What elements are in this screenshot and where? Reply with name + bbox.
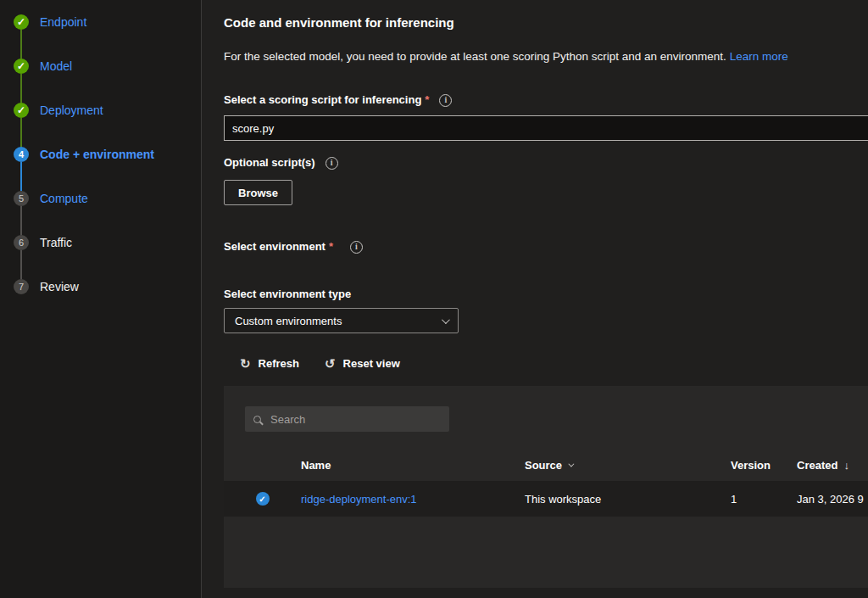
search-icon xyxy=(253,416,261,423)
step-label: Review xyxy=(40,280,79,293)
environments-panel: Name Source Version Created ↓ ✓ ridge-de… xyxy=(224,386,868,588)
step-complete-icon: ✓ xyxy=(14,14,29,30)
step-label: Model xyxy=(40,59,72,73)
step-connector xyxy=(20,118,22,147)
chevron-down-icon xyxy=(442,316,450,324)
info-icon[interactable]: i xyxy=(326,157,338,170)
step-connector xyxy=(20,74,22,103)
reset-view-label: Reset view xyxy=(343,357,400,370)
column-header-source-label: Source xyxy=(525,459,562,472)
step-label: Endpoint xyxy=(40,15,86,29)
wizard-steps-sidebar: ✓ Endpoint ✓ Model ✓ Deployment 4 Code +… xyxy=(0,0,202,598)
wizard-content: Code and environment for inferencing For… xyxy=(202,0,868,598)
step-connector xyxy=(20,162,22,191)
step-label: Code + environment xyxy=(40,148,154,161)
step-connector xyxy=(20,30,22,59)
sidebar-step-code-environment[interactable]: 4 Code + environment xyxy=(0,147,201,162)
optional-scripts-label: Optional script(s) xyxy=(224,156,315,170)
page-title: Code and environment for inferencing xyxy=(224,14,868,31)
optional-scripts-label-row: Optional script(s) i xyxy=(224,156,868,170)
sidebar-step-traffic[interactable]: 6 Traffic xyxy=(0,235,201,250)
environments-table-header: Name Source Version Created ↓ xyxy=(224,449,868,481)
sidebar-step-endpoint[interactable]: ✓ Endpoint xyxy=(0,14,201,30)
reset-view-icon: ↺ xyxy=(325,357,336,370)
info-icon[interactable]: i xyxy=(439,94,452,107)
step-number: 6 xyxy=(14,235,29,250)
sort-descending-icon: ↓ xyxy=(843,459,849,472)
row-selected-radio[interactable]: ✓ xyxy=(256,492,270,506)
scoring-script-input[interactable] xyxy=(224,115,868,141)
environment-type-label: Select environment type xyxy=(224,288,351,301)
step-number: 7 xyxy=(14,279,29,294)
scoring-script-label-row: Select a scoring script for inferencing … xyxy=(224,93,868,107)
column-header-created-label: Created xyxy=(797,459,837,472)
refresh-icon: ↻ xyxy=(240,357,251,370)
select-environment-label-row: Select environment * i xyxy=(224,240,868,254)
environment-name-link[interactable]: ridge-deployment-env:1 xyxy=(301,493,525,506)
browse-button[interactable]: Browse xyxy=(224,180,292,205)
refresh-label: Refresh xyxy=(259,357,299,370)
table-row[interactable]: ✓ ridge-deployment-env:1 This workspace … xyxy=(224,481,868,517)
step-connector xyxy=(20,250,22,279)
environment-command-bar: ↻ Refresh ↺ Reset view xyxy=(240,357,868,370)
column-header-created[interactable]: Created ↓ xyxy=(797,459,868,472)
column-header-name: Name xyxy=(301,459,525,472)
reset-view-button[interactable]: ↺ Reset view xyxy=(325,357,400,370)
sidebar-step-model[interactable]: ✓ Model xyxy=(0,59,201,74)
step-complete-icon: ✓ xyxy=(14,59,29,74)
step-connector xyxy=(20,206,22,235)
environment-type-value: Custom environments xyxy=(235,315,342,327)
step-label: Deployment xyxy=(40,103,103,117)
step-label: Traffic xyxy=(40,236,72,249)
environment-type-label-row: Select environment type xyxy=(224,288,868,301)
chevron-down-icon xyxy=(568,461,574,467)
step-number: 4 xyxy=(14,147,29,162)
search-input[interactable] xyxy=(269,412,441,427)
sidebar-step-review[interactable]: 7 Review xyxy=(0,279,201,294)
environment-type-dropdown[interactable]: Custom environments xyxy=(224,308,459,333)
description-text: For the selected model, you need to prov… xyxy=(224,50,726,63)
row-source: This workspace xyxy=(525,493,731,506)
page-description: For the selected model, you need to prov… xyxy=(224,50,868,64)
required-asterisk: * xyxy=(425,93,429,107)
row-version: 1 xyxy=(731,493,797,506)
column-header-version-label: Version xyxy=(731,459,771,472)
step-complete-icon: ✓ xyxy=(14,103,29,118)
column-header-name-label: Name xyxy=(301,459,331,472)
row-created: Jan 3, 2026 9 xyxy=(797,493,868,506)
select-environment-label: Select environment xyxy=(224,240,326,254)
step-label: Compute xyxy=(40,192,88,205)
info-icon[interactable]: i xyxy=(350,241,363,254)
column-header-source[interactable]: Source xyxy=(525,459,731,472)
refresh-button[interactable]: ↻ Refresh xyxy=(240,357,299,370)
sidebar-step-compute[interactable]: 5 Compute xyxy=(0,191,201,206)
column-header-version: Version xyxy=(731,459,797,472)
environment-search-box[interactable] xyxy=(245,406,449,432)
step-number: 5 xyxy=(14,191,29,206)
required-asterisk: * xyxy=(329,240,333,254)
learn-more-link[interactable]: Learn more xyxy=(730,50,788,63)
scoring-script-label: Select a scoring script for inferencing xyxy=(224,93,421,107)
sidebar-step-deployment[interactable]: ✓ Deployment xyxy=(0,103,201,118)
